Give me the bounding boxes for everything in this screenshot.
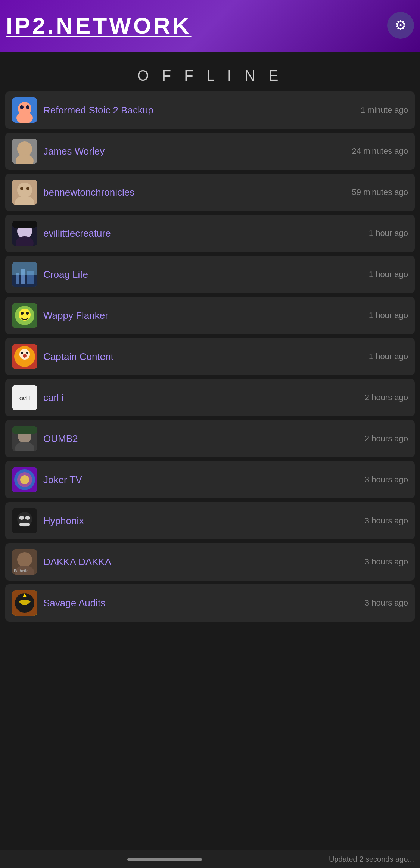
svg-point-32: [23, 354, 27, 358]
stream-time: 2 hours ago: [365, 433, 408, 444]
stream-item[interactable]: bennewtonchronicles 59 minutes ago: [5, 174, 415, 211]
svg-text:carl i: carl i: [19, 396, 30, 401]
stream-left: Hyphonix: [12, 508, 365, 533]
svg-point-9: [17, 183, 32, 197]
stream-left: carl i carl i: [12, 385, 365, 410]
footer-bar: Updated 2 seconds ago...: [0, 850, 420, 868]
stream-left: Wappy Flanker: [12, 303, 369, 328]
svg-point-4: [26, 105, 29, 109]
stream-left: Savage Audits: [12, 590, 365, 616]
stream-time: 1 minute ago: [361, 105, 408, 116]
svg-point-49: [17, 552, 32, 567]
stream-item[interactable]: Wappy Flanker 1 hour ago: [5, 297, 415, 334]
stream-avatar: [12, 97, 37, 123]
settings-button[interactable]: ⚙: [387, 12, 414, 39]
stream-item[interactable]: Savage Audits 3 hours ago: [5, 584, 415, 622]
stream-avatar: [12, 590, 37, 616]
offline-section: O F F L I N E: [0, 52, 420, 91]
svg-rect-37: [12, 426, 37, 434]
stream-avatar: [12, 139, 37, 164]
stream-time: 24 minutes ago: [352, 146, 408, 157]
stream-name: Savage Audits: [43, 597, 105, 609]
svg-point-31: [26, 352, 28, 354]
stream-avatar: [12, 262, 37, 287]
stream-avatar: [12, 180, 37, 205]
stream-left: bennewtonchronicles: [12, 180, 352, 205]
stream-left: Pathetic DAKKA DAKKA: [12, 549, 365, 575]
stream-item[interactable]: Reformed Stoic 2 Backup 1 minute ago: [5, 91, 415, 129]
stream-time: 3 hours ago: [365, 475, 408, 485]
stream-time: 1 hour ago: [369, 351, 408, 362]
stream-item[interactable]: Joker TV 3 hours ago: [5, 461, 415, 498]
stream-time: 2 hours ago: [365, 392, 408, 403]
stream-item[interactable]: OUMB2 2 hours ago: [5, 420, 415, 457]
svg-rect-15: [12, 221, 37, 228]
stream-time: 1 hour ago: [369, 310, 408, 321]
stream-avatar: [12, 508, 37, 533]
stream-name: James Worley: [43, 146, 105, 157]
stream-time: 3 hours ago: [365, 516, 408, 526]
stream-name: bennewtonchronicles: [43, 187, 134, 198]
stream-avatar: [12, 426, 37, 451]
stream-item[interactable]: Captain Content 1 hour ago: [5, 338, 415, 375]
svg-text:Pathetic: Pathetic: [14, 569, 28, 573]
stream-avatar: [12, 344, 37, 369]
svg-point-3: [20, 105, 24, 109]
svg-point-45: [19, 516, 24, 520]
stream-time: 1 hour ago: [369, 269, 408, 280]
stream-time: 1 hour ago: [369, 228, 408, 239]
stream-item[interactable]: evillittlecreature 1 hour ago: [5, 215, 415, 252]
stream-item[interactable]: Croag Life 1 hour ago: [5, 256, 415, 293]
svg-point-46: [25, 516, 30, 520]
site-title: IP2.NETWORK: [6, 12, 387, 39]
stream-name: Croag Life: [43, 269, 88, 280]
stream-name: Reformed Stoic 2 Backup: [43, 105, 153, 116]
svg-rect-21: [12, 262, 37, 275]
stream-list: Reformed Stoic 2 Backup 1 minute ago Jam…: [0, 91, 420, 622]
stream-avatar: [12, 303, 37, 328]
stream-time: 3 hours ago: [365, 598, 408, 609]
stream-item[interactable]: Pathetic DAKKA DAKKA 3 hours ago: [5, 543, 415, 581]
svg-point-26: [26, 312, 29, 315]
stream-left: Captain Content: [12, 344, 369, 369]
svg-rect-47: [19, 523, 30, 526]
offline-label: O F F L I N E: [0, 67, 420, 84]
stream-left: evillittlecreature: [12, 221, 369, 246]
svg-point-24: [19, 309, 31, 321]
stream-avatar: Pathetic: [12, 549, 37, 575]
stream-name: Joker TV: [43, 474, 82, 486]
stream-item[interactable]: carl i carl i 2 hours ago: [5, 379, 415, 416]
stream-left: OUMB2: [12, 426, 365, 451]
footer-text: Updated 2 seconds ago...: [329, 855, 414, 864]
stream-name: Captain Content: [43, 351, 113, 363]
svg-point-25: [21, 312, 24, 315]
stream-name: DAKKA DAKKA: [43, 556, 111, 568]
stream-avatar: carl i: [12, 385, 37, 410]
svg-point-30: [21, 352, 23, 354]
header: IP2.NETWORK ⚙: [0, 0, 420, 52]
gear-icon: ⚙: [395, 18, 407, 33]
scroll-indicator: [127, 858, 202, 861]
stream-avatar: [12, 467, 37, 492]
stream-name: Wappy Flanker: [43, 310, 108, 321]
svg-point-12: [26, 187, 29, 190]
stream-name: carl i: [43, 392, 64, 404]
stream-left: Joker TV: [12, 467, 365, 492]
stream-time: 3 hours ago: [365, 557, 408, 567]
stream-left: Reformed Stoic 2 Backup: [12, 97, 361, 123]
svg-point-11: [20, 187, 23, 190]
stream-name: evillittlecreature: [43, 228, 111, 239]
stream-time: 59 minutes ago: [352, 187, 408, 198]
stream-left: James Worley: [12, 139, 352, 164]
stream-left: Croag Life: [12, 262, 369, 287]
stream-item[interactable]: Hyphonix 3 hours ago: [5, 502, 415, 539]
stream-name: Hyphonix: [43, 515, 84, 527]
stream-item[interactable]: James Worley 24 minutes ago: [5, 133, 415, 170]
stream-name: OUMB2: [43, 433, 78, 445]
svg-point-42: [20, 475, 29, 484]
stream-avatar: [12, 221, 37, 246]
